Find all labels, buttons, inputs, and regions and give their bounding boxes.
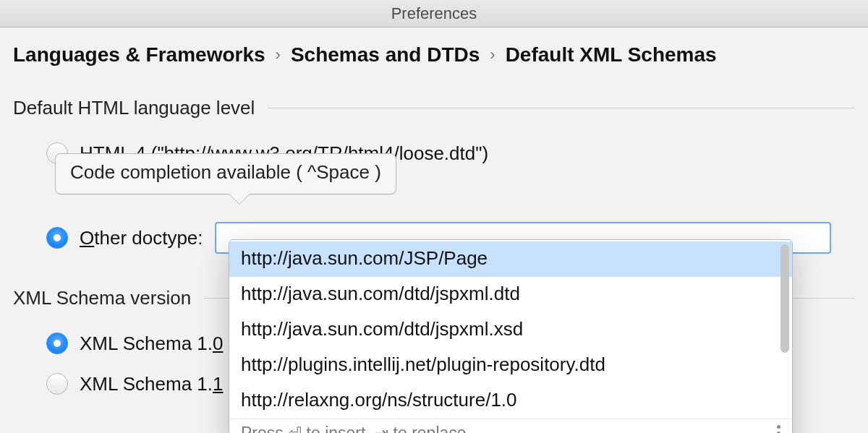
hint-mid: to insert, — [302, 424, 375, 433]
tab-icon: ⇥ — [375, 424, 388, 433]
hint-text: Press ⏎ to insert, ⇥ to replace — [241, 424, 467, 433]
window-title: Preferences — [391, 4, 477, 22]
tooltip-text: Code completion available ( ^Space ) — [70, 161, 381, 183]
completion-hint: Press ⏎ to insert, ⇥ to replace — [229, 419, 792, 433]
scrollbar[interactable] — [780, 244, 789, 353]
completion-list[interactable]: http://java.sun.com/JSP/Page http://java… — [229, 240, 792, 419]
mnemonic: O — [80, 227, 94, 249]
radio-label-xml10: XML Schema 1.0 — [80, 333, 223, 355]
more-icon[interactable] — [777, 425, 783, 433]
label-text: XML Schema 1. — [80, 333, 213, 354]
label-text: XML Schema 1. — [80, 373, 213, 395]
radio-icon[interactable] — [46, 333, 68, 354]
mnemonic: 0 — [213, 333, 223, 354]
section-title: Default HTML language level — [13, 97, 255, 119]
completion-item[interactable]: http://relaxng.org/ns/structure/1.0 — [229, 383, 792, 419]
chevron-right-icon: › — [276, 46, 281, 64]
completion-item[interactable]: http://java.sun.com/dtd/jspxml.xsd — [229, 312, 792, 348]
breadcrumb-2[interactable]: Schemas and DTDs — [291, 43, 480, 67]
code-completion-tooltip: Code completion available ( ^Space ) — [55, 153, 396, 194]
label-text: ther doctype: — [94, 227, 203, 249]
breadcrumb-1[interactable]: Languages & Frameworks — [13, 43, 265, 67]
completion-item[interactable]: http://plugins.intellij.net/plugin-repos… — [229, 348, 792, 383]
completion-item[interactable]: http://java.sun.com/dtd/jspxml.dtd — [229, 277, 792, 312]
hint-post: to replace — [388, 424, 466, 433]
breadcrumb-3[interactable]: Default XML Schemas — [506, 43, 717, 67]
hint-pre: Press — [241, 424, 288, 433]
radio-label-xml11: XML Schema 1.1 — [80, 373, 223, 395]
breadcrumb: Languages & Frameworks › Schemas and DTD… — [13, 43, 855, 67]
enter-icon: ⏎ — [288, 424, 302, 433]
section-title: XML Schema version — [13, 287, 191, 309]
radio-icon[interactable] — [46, 373, 68, 395]
radio-icon[interactable] — [46, 227, 68, 249]
completion-popup[interactable]: http://java.sun.com/JSP/Page http://java… — [229, 239, 793, 433]
radio-label-other: Other doctype: — [80, 227, 203, 249]
chevron-right-icon: › — [490, 46, 495, 64]
window-titlebar: Preferences — [0, 0, 868, 27]
divider — [268, 108, 855, 108]
completion-item[interactable]: http://java.sun.com/JSP/Page — [229, 241, 792, 277]
section-default-html-level: Default HTML language level — [13, 97, 855, 119]
mnemonic: 1 — [213, 373, 223, 395]
